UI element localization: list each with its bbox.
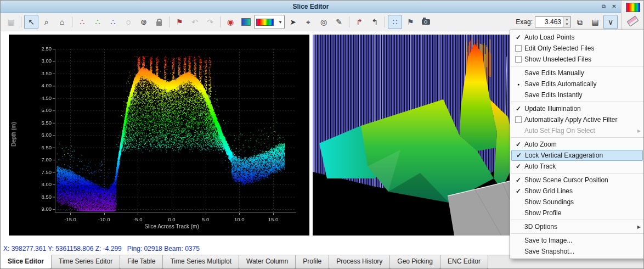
- toolbar-right: ⧉▤∨: [572, 15, 618, 29]
- show-flags-button[interactable]: ⚑: [403, 15, 417, 29]
- y-tick-label: 8.50: [33, 194, 52, 200]
- menu-item-show-soundings[interactable]: Show Soundings: [510, 197, 644, 208]
- undo-button: ↶: [188, 15, 202, 29]
- menu-item-show-scene-cursor-position[interactable]: ✓Show Scene Cursor Position: [510, 175, 644, 186]
- exag-decrement-button[interactable]: ▼: [563, 22, 570, 27]
- step-back-icon: ↰: [371, 18, 378, 26]
- lock-selection-button[interactable]: [152, 15, 166, 29]
- x-axis-label: Slice Across Track (m): [128, 223, 216, 229]
- measure-button[interactable]: ✎: [332, 15, 346, 29]
- slice-options-menu: ✓Auto Load PointsEdit Only Selected File…: [510, 30, 644, 259]
- colormap-panel-icon[interactable]: [626, 3, 640, 12]
- radio-selected-icon: ●: [512, 82, 524, 86]
- menu-item-auto-track[interactable]: ✓Auto Track: [510, 161, 644, 172]
- menu-item-auto-zoom[interactable]: ✓Auto Zoom: [510, 139, 644, 150]
- exag-value[interactable]: 3.463: [535, 17, 563, 27]
- show-flags-icon: ⚑: [407, 18, 414, 26]
- tab-profile[interactable]: Profile: [295, 255, 329, 269]
- flag-tool-icon: ⚑: [176, 18, 183, 26]
- dropdown-arrow-icon: ▼: [278, 20, 283, 25]
- menu-item-label: Edit Only Selected Files: [524, 44, 641, 52]
- save-view-button[interactable]: ▤: [588, 15, 602, 29]
- x-tick-label: -5.0: [128, 216, 148, 222]
- menu-separator: [511, 233, 643, 234]
- lock-icon: [156, 21, 162, 26]
- eraser-panel-icon[interactable]: [627, 16, 639, 27]
- y-tick-label: 6.50: [33, 144, 52, 150]
- menu-item-label: Update Illumination: [524, 105, 641, 113]
- tab-geo-picking[interactable]: Geo Picking: [389, 255, 440, 269]
- y-tick-label: 4.00: [33, 82, 52, 88]
- exag-control: Exag: 3.463 ▲ ▼: [516, 16, 571, 27]
- home-view-button[interactable]: ⌂: [55, 15, 69, 29]
- grow-selection-button[interactable]: ⊚: [137, 15, 151, 29]
- zoom-button[interactable]: ⌕: [39, 15, 54, 29]
- menu-item-save-edits-automatically[interactable]: ●Save Edits Automatically: [510, 79, 644, 89]
- pick-point-button[interactable]: ➤: [286, 15, 300, 29]
- show-soundings-button[interactable]: ∷: [388, 15, 402, 29]
- tab-time-series-editor[interactable]: Time Series Editor: [51, 255, 120, 269]
- toolbar-separator: [220, 16, 221, 27]
- reject-points-icon: ∴: [80, 18, 85, 26]
- snapshot-button[interactable]: [419, 15, 433, 29]
- tab-enc-editor[interactable]: ENC Editor: [440, 255, 488, 269]
- x-tick-label: 15.0: [263, 216, 283, 222]
- titlebar[interactable]: Slice Editor ⧉ ✕: [1, 1, 621, 13]
- menu-item-save-edits-manually[interactable]: Save Edits Manually: [510, 68, 644, 79]
- colormap-mini-button[interactable]: [239, 15, 253, 29]
- reject-points-button[interactable]: ∴: [75, 15, 89, 29]
- y-tick-label: 6.00: [33, 132, 52, 138]
- tab-time-series-multiplot[interactable]: Time Series Multiplot: [162, 255, 239, 269]
- x-tick-label: -10.0: [94, 216, 114, 222]
- menu-item-label: Auto Load Points: [524, 33, 641, 41]
- cursor-position-readout: X: 398277.361 Y: 5361158.806 Z: -4.299 P…: [3, 245, 200, 253]
- menu-separator: [511, 137, 643, 138]
- menu-item-show-grid-lines[interactable]: ✓Show Grid Lines: [510, 186, 644, 197]
- checkbox-empty-icon: [512, 56, 524, 63]
- toolbar-separator: [349, 16, 349, 27]
- exag-spinbox[interactable]: 3.463 ▲ ▼: [535, 16, 571, 27]
- flag-tool-button[interactable]: ⚑: [172, 15, 187, 29]
- home-view-icon: ⌂: [60, 18, 64, 26]
- tab-slice-editor[interactable]: Slice Editor: [0, 255, 52, 269]
- menu-item-save-to-image[interactable]: Save to Image...: [510, 235, 644, 246]
- menu-item-update-illumination[interactable]: ✓Update Illumination: [510, 103, 644, 114]
- step-forward-button[interactable]: ↱: [352, 15, 366, 29]
- y-tick-label: 8.00: [33, 181, 52, 187]
- lasso-select-button[interactable]: ◌: [121, 15, 135, 29]
- menu-item-save-edits-instantly[interactable]: Save Edits Instantly: [510, 89, 644, 100]
- menu-item-auto-load-points[interactable]: ✓Auto Load Points: [510, 32, 644, 43]
- tab-process-history[interactable]: Process History: [329, 255, 390, 269]
- menu-item-3d-options[interactable]: 3D Options▶: [510, 221, 644, 232]
- colormap-select[interactable]: ▼: [254, 15, 285, 29]
- pick-area-icon: ⌖: [306, 18, 310, 26]
- copy-view-button[interactable]: ⧉: [573, 15, 587, 29]
- highlight-point-button[interactable]: ◎: [317, 15, 331, 29]
- menu-item-show-unselected-files[interactable]: Show Unselected Files: [510, 54, 644, 65]
- tab-file-table[interactable]: File Table: [120, 255, 163, 269]
- menu-item-automatically-apply-active-filter[interactable]: Automatically Apply Active Filter: [510, 114, 644, 125]
- slice-scatter-canvas[interactable]: [9, 35, 309, 236]
- menu-item-show-profile[interactable]: Show Profile: [510, 208, 644, 218]
- restore-points-button[interactable]: ∴: [106, 15, 120, 29]
- tab-water-column[interactable]: Water Column: [239, 255, 296, 269]
- pick-area-button[interactable]: ⌖: [301, 15, 315, 29]
- add-sounding-button[interactable]: ◉: [223, 15, 238, 29]
- close-button[interactable]: ✕: [609, 2, 619, 10]
- save-button: ▦: [4, 15, 18, 29]
- select-cursor-button[interactable]: ↖: [24, 15, 38, 29]
- slice-menu-icon: ∨: [608, 18, 613, 26]
- slice-menu-button[interactable]: ∨: [603, 15, 618, 29]
- menu-item-edit-only-selected-files[interactable]: Edit Only Selected Files: [510, 43, 644, 54]
- float-window-button[interactable]: ⧉: [599, 2, 608, 10]
- checkmark-icon: ✓: [513, 152, 525, 159]
- exag-increment-button[interactable]: ▲: [563, 17, 570, 22]
- add-sounding-icon: ◉: [227, 18, 234, 26]
- menu-item-lock-vertical-exaggeration[interactable]: ✓Lock Vertical Exaggeration: [511, 150, 643, 161]
- step-back-button[interactable]: ↰: [368, 15, 382, 29]
- show-soundings-icon: ∷: [393, 18, 398, 26]
- accept-points-button[interactable]: ∴: [91, 15, 105, 29]
- menu-item-label: Show Scene Cursor Position: [524, 176, 641, 184]
- menu-item-label: Save Edits Automatically: [524, 80, 641, 88]
- menu-item-save-snapshot[interactable]: Save Snapshot...: [510, 246, 644, 257]
